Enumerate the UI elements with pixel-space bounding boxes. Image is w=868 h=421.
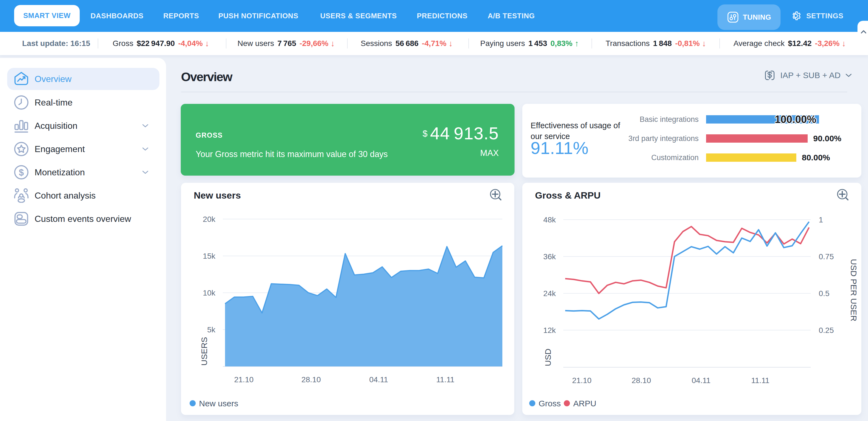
svg-text:11.11: 11.11 bbox=[436, 375, 455, 384]
svg-text:5k: 5k bbox=[207, 326, 216, 334]
svg-text:0.75: 0.75 bbox=[819, 252, 834, 261]
svg-text:28.10: 28.10 bbox=[302, 375, 321, 384]
svg-text:New users: New users bbox=[199, 399, 238, 408]
svg-text:1: 1 bbox=[819, 215, 823, 224]
svg-text:12k: 12k bbox=[543, 326, 556, 335]
svg-text:10k: 10k bbox=[203, 289, 216, 297]
svg-text:36k: 36k bbox=[543, 252, 556, 261]
svg-text:48k: 48k bbox=[543, 215, 556, 224]
svg-text:$: $ bbox=[19, 168, 24, 178]
svg-text:0.25: 0.25 bbox=[819, 326, 834, 335]
svg-text:21.10: 21.10 bbox=[572, 376, 591, 385]
svg-text:0.5: 0.5 bbox=[819, 289, 830, 298]
svg-text:15k: 15k bbox=[203, 252, 216, 260]
svg-text:USERS: USERS bbox=[199, 337, 209, 366]
svg-text:04.11: 04.11 bbox=[369, 375, 388, 384]
svg-text:28.10: 28.10 bbox=[631, 376, 651, 385]
svg-text:20k: 20k bbox=[203, 215, 216, 223]
svg-text:21.10: 21.10 bbox=[234, 375, 253, 384]
svg-text:04.11: 04.11 bbox=[692, 376, 711, 385]
svg-text:Gross: Gross bbox=[538, 399, 561, 408]
svg-text:24k: 24k bbox=[543, 289, 556, 298]
svg-text:USD PER USER: USD PER USER bbox=[849, 259, 858, 321]
svg-text:USD: USD bbox=[543, 349, 553, 366]
svg-text:ARPU: ARPU bbox=[573, 399, 596, 408]
svg-text:11.11: 11.11 bbox=[751, 376, 770, 385]
